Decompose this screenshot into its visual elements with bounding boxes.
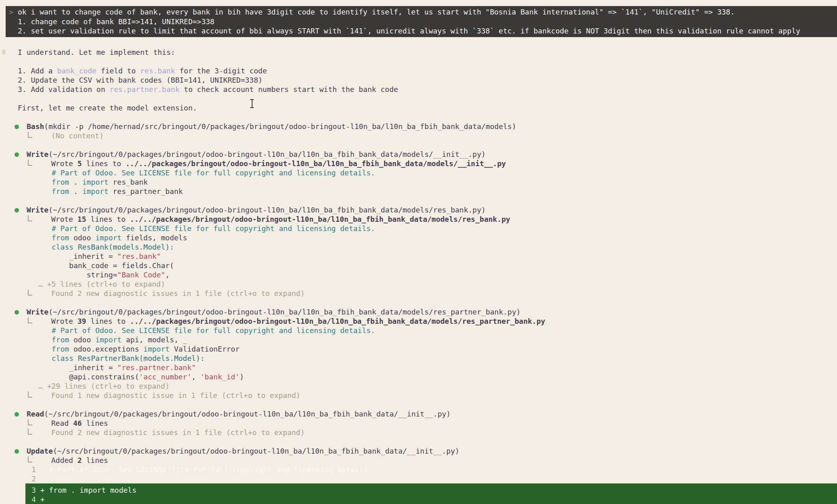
text-segment-d: fields, models [121,233,187,242]
diff-line-number: 2 [30,474,36,483]
text-segment-d: Wrote [51,159,77,168]
text-segment-d: , [165,271,170,279]
text-segment-d: bank_code = fields.Char( [52,261,174,270]
tool-call-update: Update(~/src/bringout/0/packages/bringou… [0,446,837,456]
conversation: I understand. Let me implement this:1. A… [0,37,837,504]
text-segment-w: 1. change code of bank BBI=>141, UNIKRED… [18,17,215,26]
text-segment-d: 2. Update the CSV with bank codes (BBI=1… [18,76,263,84]
text-segment-b: 5 [77,159,82,168]
diff-line-added: 4 + [25,495,837,504]
text-segment-b: 15 [77,215,86,223]
text-segment-b: Write [27,150,48,158]
diff-line-context: 2 [0,474,837,483]
diagnostic-result[interactable]: Found 2 new diagnostic issues in 1 file … [0,428,837,437]
text-segment-gray: … +29 lines (ctrl+o to expand) [38,382,169,390]
text-segment-cteal: ResPartnerBank(models.Model): [73,354,205,362]
text-segment-w: ok i want to change code of bank, every … [18,8,735,16]
text-segment-d: to check account numbers start with the … [180,85,398,94]
expand-hint[interactable]: … +5 lines (ctrl+o to expand) [0,279,837,289]
code-line: # Part of Odoo. See LICENSE file for ful… [0,224,837,233]
text-segment-teal: from [52,345,69,353]
text-segment-teal: import [144,345,170,353]
text-segment-gray: Found 2 new diagnostic issues in 1 file … [51,289,305,298]
text-segment-d: First, let me create the model extension… [18,104,197,112]
text-segment-teal: # Part of Odoo. See LICENSE file for ful… [52,326,375,335]
tool-result: Wrote 39 lines to ../../packages/bringou… [0,317,837,326]
prompt-chevron-icon: > [9,7,13,17]
code-line: _inherit = "res.partner.bank" [0,363,837,372]
tool-bullet-icon [15,125,19,129]
text-segment-teal: from [52,335,69,344]
tool-call-bash: Bash(mkdir -p /home/hernad/src/bringout/… [0,122,837,131]
user-message-line: 2. set user validation rule to limit tha… [18,26,837,36]
text-segment-d: lines to [82,159,125,168]
result-branch-icon [28,289,32,296]
text-segment-d: Read [51,419,73,427]
expand-hint[interactable]: … +29 lines (ctrl+o to expand) [0,381,837,391]
text-segment-teal: import [82,187,109,196]
text-segment-b: Write [27,308,48,316]
inline-code: bank_code [57,67,97,75]
result-branch-icon [28,419,32,425]
text-segment-b: ../../packages/bringout/odoo-bringout-l1… [125,159,506,168]
text-segment-add: + [36,495,45,504]
result-branch-icon [28,132,32,138]
text-segment-d: lines to [86,215,130,223]
text-segment-b: Read [27,410,44,418]
text-segment-d: 1. Add a [18,67,57,75]
text-segment-d: . [69,178,82,186]
text-segment-red: 'bank_id' [200,373,240,381]
code-line: class ResBank(models.Model): [0,242,837,252]
text-segment-d: _inherit = [52,252,117,260]
text-segment-b: 46 [73,419,82,427]
text-segment-d: lines to [86,317,130,325]
code-line: from . import res_bank [0,177,837,187]
tool-call-read: Read(~/src/bringout/0/packages/bringout/… [0,409,837,419]
text-segment-teal: import [82,178,109,186]
code-line: @api.constrains('acc_number', 'bank_id') [0,372,837,381]
text-segment-b: ../../packages/bringout/odoo-bringout-l1… [130,215,510,223]
text-segment-gray: (No content) [51,131,104,140]
text-segment-teal: from [52,187,69,196]
text-segment-b: 2 [77,456,82,464]
text-segment-red: 'acc_number' [139,373,192,381]
tool-call-write: Write(~/src/bringout/0/packages/bringout… [0,150,837,159]
result-branch-icon [28,215,32,221]
text-segment-gray: … +5 lines (ctrl+o to expand) [38,280,165,288]
text-segment-d: _inherit = [52,363,117,372]
assistant-message: I understand. Let me implement this: [0,48,837,57]
tool-bullet-icon [15,449,19,454]
text-segment-d: ValidationError [170,345,240,353]
text-segment-w: 2. set user validation rule to limit tha… [18,27,800,35]
text-segment-d: (~/src/bringout/0/packages/bringout/odoo… [53,447,459,455]
diagnostic-result[interactable]: Found 1 new diagnostic issue in 1 file (… [0,391,837,400]
code-line: from odoo import api, models, _ [0,335,837,344]
tool-call-write: Write(~/src/bringout/0/packages/bringout… [0,307,837,317]
tool-result: Added 2 lines [0,456,837,465]
code-line: from odoo import fields, models [0,233,837,242]
code-line: class ResPartnerBank(models.Model): [0,354,837,363]
text-segment-d: res_partner_bank [109,187,183,196]
tool-bullet-icon [15,152,19,157]
text-segment-d: for the 3-digit code [175,67,267,75]
text-segment-d: Added [51,456,77,464]
diagnostic-result[interactable]: Found 2 new diagnostic issues in 1 file … [0,289,837,298]
text-segment-d: odoo.exceptions [69,345,143,353]
tool-bullet-icon [15,208,19,212]
text-segment-d: Wrote [51,317,77,325]
text-segment-teal: import [95,233,121,242]
assistant-message: First, let me create the model extension… [0,103,837,112]
diff-line-number: 1 [30,465,36,474]
text-segment-gray: Found 2 new diagnostic issues in 1 file … [51,428,305,437]
assistant-list-item: 1. Add a bank_code field to res.bank for… [0,66,837,75]
result-branch-icon [28,317,32,323]
assistant-list-item: 3. Add validation on res.partner.bank to… [0,85,837,94]
text-segment-d: lines [82,456,108,464]
text-segment-b: Bash [27,122,44,131]
text-segment-d: @api.constrains( [52,373,139,381]
text-segment-d: (~/src/bringout/0/packages/bringout/odoo… [48,308,520,316]
user-message-line: 1. change code of bank BBI=>141, UNIKRED… [18,17,837,27]
text-segment-d: string= [52,271,117,279]
text-segment-teal: from [52,178,69,186]
text-segment-teal: # Part of Odoo. See LICENSE file for ful… [52,169,375,177]
